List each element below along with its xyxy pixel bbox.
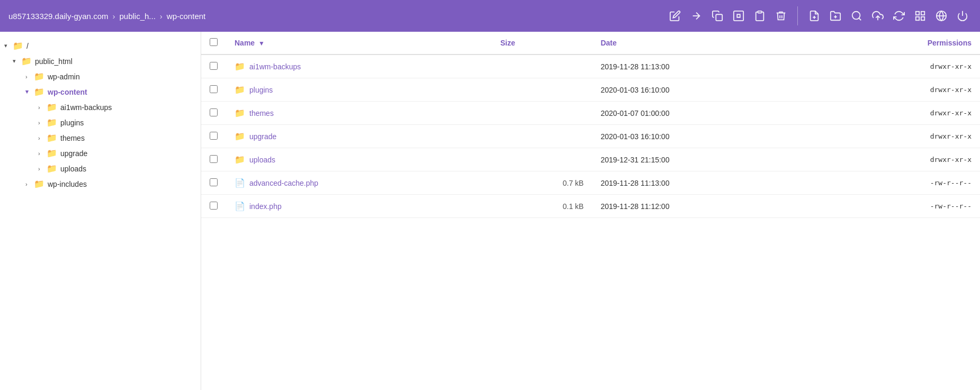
sidebar-item-uploads[interactable]: › 📁 uploads [0,161,201,176]
new-file-button[interactable] [805,8,823,24]
refresh-button[interactable] [890,8,908,24]
file-name[interactable]: 📁ai1wm-backups [235,61,483,71]
row-checkbox-cell [201,148,226,171]
row-date-cell: 2019-11-28 11:13:00 [592,55,819,78]
row-name-cell: 📁uploads [226,148,492,171]
toggle-root[interactable]: ▾ [4,42,13,49]
row-perms-cell: -rw-r--r-- [819,171,980,195]
toggle-ai1wm-backups[interactable]: › [38,104,47,111]
file-name-text: themes [249,109,274,117]
row-checkbox[interactable] [210,178,218,186]
sidebar-item-ai1wm-backups[interactable]: › 📁 ai1wm-backups [0,99,201,115]
row-name-cell: 📁themes [226,102,492,125]
sidebar-item-wp-content[interactable]: ▾ 📁 wp-content [0,84,201,99]
svg-rect-11 [916,12,919,15]
breadcrumb-part2[interactable]: public_h... [119,12,155,21]
copy-button[interactable] [708,8,726,24]
move-button[interactable] [687,8,705,24]
folder-icon: 📁 [235,61,245,71]
row-perms-cell: drwxr-xr-x [819,55,980,78]
row-checkbox[interactable] [210,62,218,70]
sidebar-item-themes[interactable]: › 📁 themes [0,130,201,146]
row-name-cell: 📄advanced-cache.php [226,171,492,195]
row-size-cell: 0.7 kB [492,171,592,195]
select-all-checkbox[interactable] [210,38,218,46]
row-checkbox-cell [201,125,226,148]
sidebar-item-upgrade[interactable]: › 📁 upgrade [0,146,201,161]
file-name[interactable]: 📁upgrade [235,131,483,141]
file-name[interactable]: 📁uploads [235,155,483,165]
toggle-wp-content[interactable]: ▾ [25,88,34,95]
upload-button[interactable] [869,8,887,24]
row-checkbox[interactable] [210,155,218,163]
svg-point-8 [852,12,860,20]
row-size-cell: 0.1 kB [492,195,592,218]
col-name[interactable]: Name ▼ [226,32,492,55]
folder-icon-themes: 📁 [47,133,57,143]
toggle-uploads[interactable]: › [38,166,47,172]
row-perms-cell: drwxr-xr-x [819,102,980,125]
power-button[interactable] [954,8,972,24]
compress-button[interactable] [730,8,748,24]
row-perms-cell: -rw-r--r-- [819,195,980,218]
col-date[interactable]: Date [592,32,819,55]
toggle-wp-includes[interactable]: › [25,181,34,187]
delete-button[interactable] [772,8,790,24]
folder-icon-wp-content: 📁 [34,87,44,97]
breadcrumb-sep1: › [112,12,115,21]
toggle-themes[interactable]: › [38,135,47,141]
search-button[interactable] [848,8,866,24]
toggle-public-html[interactable]: ▾ [13,58,21,65]
new-folder-button[interactable] [826,8,844,24]
table-row[interactable]: 📄index.php0.1 kB2019-11-28 11:12:00-rw-r… [201,195,980,218]
file-name[interactable]: 📄index.php [235,201,483,211]
sidebar-item-public-html[interactable]: ▾ 📁 public_html [0,53,201,69]
file-table: Name ▼ Size Date Permissions 📁ai1wm-back… [201,32,980,218]
main-area: ▾ 📁 / ▾ 📁 public_html › 📁 wp-admin ▾ 📁 w… [0,32,980,390]
folder-icon-upgrade: 📁 [47,148,57,158]
row-size-cell [492,78,592,102]
edit-button[interactable] [666,8,684,24]
sidebar-label-wp-includes: wp-includes [48,180,87,188]
table-row[interactable]: 📁ai1wm-backups2019-11-28 11:13:00drwxr-x… [201,55,980,78]
file-name[interactable]: 📁plugins [235,85,483,95]
table-row[interactable]: 📄advanced-cache.php0.7 kB2019-11-28 11:1… [201,171,980,195]
row-checkbox[interactable] [210,202,218,210]
sidebar-item-root[interactable]: ▾ 📁 / [0,38,201,53]
row-checkbox[interactable] [210,132,218,140]
toggle-plugins[interactable]: › [38,120,47,126]
sidebar-item-wp-includes[interactable]: › 📁 wp-includes [0,176,201,192]
grid-view-button[interactable] [911,8,929,24]
table-row[interactable]: 📁themes2020-01-07 01:00:00drwxr-xr-x [201,102,980,125]
table-row[interactable]: 📁upgrade2020-01-03 16:10:00drwxr-xr-x [201,125,980,148]
breadcrumb-part3[interactable]: wp-content [167,12,205,21]
col-perms[interactable]: Permissions [819,32,980,55]
sidebar-label-wp-content: wp-content [48,88,87,96]
sidebar-item-wp-admin[interactable]: › 📁 wp-admin [0,69,201,84]
sidebar-label-root: / [26,42,29,50]
table-row[interactable]: 📁plugins2020-01-03 16:10:00drwxr-xr-x [201,78,980,102]
svg-rect-1 [716,14,722,21]
folder-icon-public-html: 📁 [21,56,32,66]
svg-rect-14 [921,17,924,20]
row-checkbox[interactable] [210,85,218,93]
row-checkbox-cell [201,55,226,78]
row-name-cell: 📁upgrade [226,125,492,148]
col-size[interactable]: Size [492,32,592,55]
row-size-cell [492,125,592,148]
row-perms-cell: drwxr-xr-x [819,78,980,102]
sidebar-label-themes: themes [60,134,85,142]
clipboard-button[interactable] [751,8,769,24]
toggle-upgrade[interactable]: › [38,150,47,157]
globe-button[interactable] [932,8,950,24]
sidebar-item-plugins[interactable]: › 📁 plugins [0,115,201,130]
file-name[interactable]: 📄advanced-cache.php [235,178,483,188]
table-row[interactable]: 📁uploads2019-12-31 21:15:00drwxr-xr-x [201,148,980,171]
toolbar: u857133329.daily-gyan.com › public_h... … [0,0,980,32]
row-checkbox[interactable] [210,108,218,116]
toggle-wp-admin[interactable]: › [25,74,34,80]
file-name[interactable]: 📁themes [235,108,483,118]
select-all-header[interactable] [201,32,226,55]
file-name-text: index.php [249,202,282,211]
breadcrumb-part1[interactable]: u857133329.daily-gyan.com [8,12,108,21]
